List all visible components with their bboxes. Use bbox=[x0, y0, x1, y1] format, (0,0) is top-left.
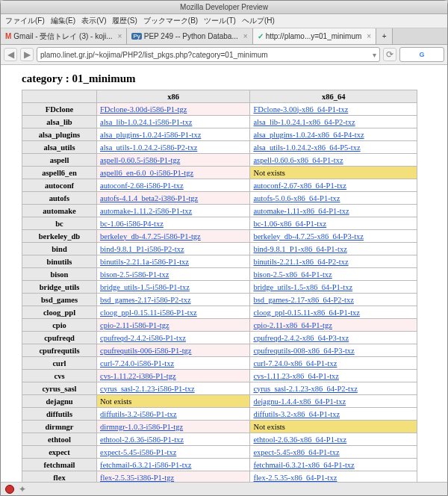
package-link[interactable]: cloog_ppl-0.15.11-x86_64-P1-txz bbox=[253, 309, 360, 317]
table-row: cloog_pplcloog_ppl-0.15.11-i586-P1-txzcl… bbox=[22, 306, 417, 319]
package-link[interactable]: berkeley_db-4.7.25-x86_64-P3-txz bbox=[253, 232, 364, 241]
package-link[interactable]: bison-2.5-x86_64-P1-txz bbox=[253, 270, 332, 279]
package-link[interactable]: alsa_lib-1.0.24.1-x86_64-P2-txz bbox=[253, 118, 355, 126]
table-row: curlcurl-7.24.0-i586-P1-txzcurl-7.24.0-x… bbox=[22, 357, 417, 370]
package-link[interactable]: bison-2.5-i586-P1-txz bbox=[100, 270, 169, 279]
package-link[interactable]: diffutils-3.2-i586-P1-txz bbox=[100, 410, 177, 418]
package-link[interactable]: cyrus_sasl-2.1.23-i586-P1-txz bbox=[100, 385, 195, 393]
package-link[interactable]: autofs-4.1.4_beta2-i386-P1-tgz bbox=[100, 194, 198, 202]
menu-item[interactable]: ブックマーク(B) bbox=[143, 16, 198, 25]
table-row: FDcloneFDclone-3.00d-i586-P1-tgzFDclone-… bbox=[22, 103, 417, 116]
gmail-icon: M bbox=[5, 32, 11, 40]
package-link[interactable]: cpio-2.11-x86_64-P1-tgz bbox=[253, 321, 332, 329]
package-name: bc bbox=[22, 217, 97, 230]
package-name: bsd_games bbox=[22, 294, 97, 306]
package-link[interactable]: FDclone-3.00d-i586-P1-tgz bbox=[100, 105, 187, 114]
close-tab-icon[interactable]: × bbox=[367, 32, 371, 40]
package-link[interactable]: alsa_utils-1.0.24.2-x86_64-P5-txz bbox=[253, 143, 360, 152]
package-link[interactable]: bridge_utils-1.5-i586-P1-txz bbox=[100, 283, 190, 291]
cell-x86: cvs-1.11.22-i386-P1-tgz bbox=[97, 370, 250, 382]
table-row: alsa_pluginsalsa_plugins-1.0.24-i586-P1-… bbox=[22, 128, 417, 141]
package-link[interactable]: dejagnu-1.4.4-x86_64-P1-txz bbox=[253, 397, 346, 406]
package-link[interactable]: bsd_games-2.17-i586-P2-txz bbox=[100, 296, 191, 304]
cell-x86-64: binutils-2.21.1-x86_64-P2-txz bbox=[250, 255, 417, 268]
package-link[interactable]: cvs-1.11.22-i386-P1-tgz bbox=[100, 372, 176, 380]
python-icon: Py bbox=[131, 33, 141, 40]
menu-item[interactable]: 編集(E) bbox=[51, 16, 75, 25]
package-name: dirmngr bbox=[22, 421, 97, 433]
not-exists: Not exists bbox=[100, 397, 131, 406]
menu-item[interactable]: ツール(T) bbox=[204, 16, 236, 25]
package-link[interactable]: ethtool-2.6.36-i586-P1-txz bbox=[100, 435, 184, 444]
cell-x86: cpio-2.11-i586-P1-tgz bbox=[97, 319, 250, 332]
package-link[interactable]: automake-1.11.2-i586-P1-txz bbox=[100, 207, 192, 215]
package-link[interactable]: curl-7.24.0-x86_64-P1-txz bbox=[253, 359, 337, 368]
cell-x86-64: automake-1.11-x86_64-P1-txz bbox=[250, 205, 417, 217]
package-link[interactable]: aspell6_en-6.0_0-i586-P1-tgz bbox=[100, 169, 193, 177]
package-link[interactable]: diffutils-3.2-x86_64-P1-txz bbox=[253, 410, 340, 418]
package-link[interactable]: bc-1.06-i586-P4-txz bbox=[100, 220, 164, 228]
package-link[interactable]: bind-9.8.1_P1-i586-P2-txz bbox=[100, 245, 184, 253]
package-link[interactable]: binutils-2.21.1-x86_64-P2-txz bbox=[253, 258, 348, 266]
package-link[interactable]: expect-5.45-i586-P1-txz bbox=[100, 448, 176, 456]
package-link[interactable]: ethtool-2.6.36-x86_64-P1-txz bbox=[253, 435, 346, 444]
package-link[interactable]: bind-9.8.1_P1-x86_64-P1-txz bbox=[253, 245, 346, 253]
package-link[interactable]: cpufrequtils-008-x86_64-P3-txz bbox=[253, 347, 354, 355]
package-link[interactable]: cpio-2.11-i586-P1-tgz bbox=[100, 321, 169, 329]
package-link[interactable]: dirmngr-1.0.3-i586-P1-tgz bbox=[100, 423, 183, 431]
tab-label: http://plamo...y=01_minimum bbox=[266, 32, 362, 40]
package-link[interactable]: fetchmail-6.3.21-x86_64-P1-txz bbox=[253, 461, 354, 469]
menu-item[interactable]: ヘルプ(H) bbox=[242, 16, 275, 25]
new-tab-button[interactable]: + bbox=[376, 28, 393, 44]
package-link[interactable]: bsd_games-2.17-x86_64-P2-txz bbox=[253, 296, 353, 304]
table-row: cpufreqdcpufreqd-2.4.2-i586-P1-txzcpufre… bbox=[22, 332, 417, 344]
package-link[interactable]: cvs-1.11.23-x86_64-P1-txz bbox=[253, 372, 339, 380]
package-link[interactable]: curl-7.24.0-i586-P1-txz bbox=[100, 359, 174, 368]
package-name: aspell bbox=[22, 154, 97, 167]
browser-tab[interactable]: MGmail - 受信トレイ (3) - koji...× bbox=[1, 28, 127, 44]
package-link[interactable]: alsa_utils-1.0.24.2-i586-P2-txz bbox=[100, 143, 197, 152]
package-link[interactable]: flex-2.5.35-x86_64-P1-txz bbox=[253, 474, 337, 482]
menu-item[interactable]: 表示(V) bbox=[81, 16, 106, 25]
bookmark-icon[interactable]: ✦ bbox=[19, 484, 26, 495]
package-link[interactable]: cpufrequtils-006-i586-P1-tgz bbox=[100, 347, 191, 355]
package-link[interactable]: automake-1.11-x86_64-P1-txz bbox=[253, 207, 349, 215]
package-link[interactable]: fetchmail-6.3.21-i586-P1-txz bbox=[100, 461, 191, 469]
menu-item[interactable]: 履歴(S) bbox=[112, 16, 137, 25]
package-link[interactable]: bc-1.06-x86_64-P1-txz bbox=[253, 220, 326, 228]
close-tab-icon[interactable]: × bbox=[118, 32, 122, 40]
reload-button[interactable]: ⟳ bbox=[383, 48, 396, 61]
package-link[interactable]: cloog_ppl-0.15.11-i586-P1-txz bbox=[100, 309, 197, 317]
forward-button[interactable]: ▶ bbox=[20, 48, 34, 61]
cell-x86: autoconf-2.68-i586-P1-txz bbox=[97, 179, 250, 192]
package-link[interactable]: autoconf-2.67-x86_64-P1-txz bbox=[253, 182, 346, 190]
package-link[interactable]: alsa_plugins-1.0.24-x86_64-P4-txz bbox=[253, 131, 364, 139]
stop-icon[interactable] bbox=[5, 485, 14, 494]
package-link[interactable]: berkeley_db-4.7.25-i586-P1-tgz bbox=[100, 232, 201, 241]
package-link[interactable]: aspell-0.60.5-i586-P1-tgz bbox=[100, 156, 180, 164]
package-link[interactable]: flex-2.5.35-i386-P1-tgz bbox=[100, 474, 174, 482]
package-link[interactable]: cpufreqd-2.4.2-i586-P1-txz bbox=[100, 334, 186, 342]
package-link[interactable]: bridge_utils-1.5-x86_64-P1-txz bbox=[253, 283, 352, 291]
package-link[interactable]: cpufreqd-2.4.2-x86_64-P3-txz bbox=[253, 334, 349, 342]
package-link[interactable]: autoconf-2.68-i586-P1-txz bbox=[100, 182, 184, 190]
browser-tab[interactable]: ✓http://plamo...y=01_minimum× bbox=[253, 28, 377, 44]
package-link[interactable]: FDclone-3.00j-x86_64-P1-txz bbox=[253, 105, 348, 114]
table-row: aspell6_enaspell6_en-6.0_0-i586-P1-tgzNo… bbox=[22, 167, 417, 179]
package-link[interactable]: alsa_plugins-1.0.24-i586-P1-txz bbox=[100, 131, 201, 139]
menu-item[interactable]: ファイル(F) bbox=[5, 16, 45, 25]
cell-x86-64: cvs-1.11.23-x86_64-P1-txz bbox=[250, 370, 417, 382]
close-tab-icon[interactable]: × bbox=[243, 32, 248, 40]
table-row: bridge_utilsbridge_utils-1.5-i586-P1-txz… bbox=[22, 281, 417, 294]
table-row: autofsautofs-4.1.4_beta2-i386-P1-tgzauto… bbox=[22, 192, 417, 205]
search-bar[interactable]: G bbox=[399, 47, 444, 62]
package-link[interactable]: binutils-2.21.1a-i586-P1-txz bbox=[100, 258, 189, 266]
package-link[interactable]: autofs-5.0.6-x86_64-P1-txz bbox=[253, 194, 340, 202]
package-link[interactable]: alsa_lib-1.0.24.1-i586-P1-txz bbox=[100, 118, 192, 126]
url-bar[interactable]: plamo.linet.gr.jp/~kojima/PHP2/list_pkgs… bbox=[37, 47, 380, 62]
package-link[interactable]: aspell-0.60.6-x86_64-P1-txz bbox=[253, 156, 343, 164]
package-link[interactable]: cyrus_sasl-2.1.23-x86_64-P2-txz bbox=[253, 385, 357, 393]
package-link[interactable]: expect-5.45-x86_64-P1-txz bbox=[253, 448, 339, 456]
back-button[interactable]: ◀ bbox=[4, 48, 17, 61]
browser-tab[interactable]: PyPEP 249 -- Python Databa...× bbox=[127, 28, 252, 44]
